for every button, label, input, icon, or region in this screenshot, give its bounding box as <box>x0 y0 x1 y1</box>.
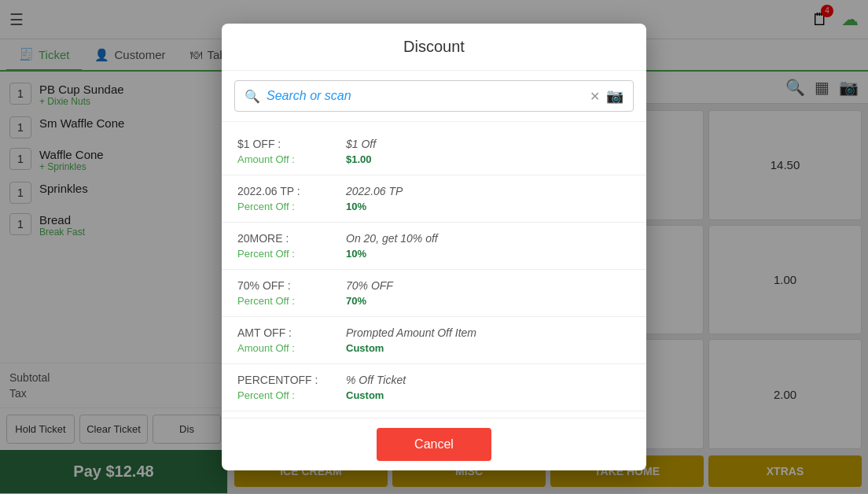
discount-code-0: $1 OFF : <box>237 138 340 150</box>
discount-item-3[interactable]: 70% OFF : 70% OFF Percent Off : 70% <box>222 270 646 317</box>
detail-value-4: Custom <box>346 342 384 354</box>
detail-label-2: Percent Off : <box>237 248 340 260</box>
cancel-button[interactable]: Cancel <box>377 428 491 461</box>
discount-row-5: PERCENTOFF : % Off Ticket <box>237 374 631 386</box>
detail-label-1: Percent Off : <box>237 201 340 212</box>
discount-detail-4: Amount Off : Custom <box>237 342 631 354</box>
discount-detail-3: Percent Off : 70% <box>237 295 631 307</box>
clear-search-icon[interactable]: ✕ <box>590 89 600 104</box>
discount-desc-4: Prompted Amount Off Item <box>346 326 476 339</box>
discount-row-0: $1 OFF : $1 Off <box>237 138 631 150</box>
detail-label-0: Amount Off : <box>237 153 340 165</box>
detail-value-5: Custom <box>346 389 384 401</box>
discount-desc-0: $1 Off <box>346 138 376 150</box>
discount-detail-1: Percent Off : 10% <box>237 201 631 212</box>
modal-search-area: 🔍 ✕ 📷 <box>222 71 646 122</box>
search-input[interactable] <box>267 89 583 103</box>
discount-item-2[interactable]: 20MORE : On 20, get 10% off Percent Off … <box>222 223 646 270</box>
discount-row-3: 70% OFF : 70% OFF <box>237 279 631 292</box>
search-icon-modal: 🔍 <box>245 89 260 104</box>
camera-search-icon[interactable]: 📷 <box>606 87 623 105</box>
discount-desc-3: 70% OFF <box>346 279 393 292</box>
discount-desc-2: On 20, get 10% off <box>346 232 438 245</box>
discount-desc-1: 2022.06 TP <box>346 185 403 197</box>
modal-overlay: Discount 🔍 ✕ 📷 $1 OFF : $1 Off Amount <box>0 0 868 494</box>
discount-detail-0: Amount Off : $1.00 <box>237 153 631 165</box>
detail-label-5: Percent Off : <box>237 389 340 401</box>
discount-code-4: AMT OFF : <box>237 326 340 339</box>
search-box: 🔍 ✕ 📷 <box>234 80 634 112</box>
detail-value-1: 10% <box>346 201 366 212</box>
discount-detail-2: Percent Off : 10% <box>237 248 631 260</box>
discount-code-1: 2022.06 TP : <box>237 185 340 197</box>
modal-title: Discount <box>222 24 646 71</box>
detail-value-2: 10% <box>346 248 366 260</box>
discount-item-5[interactable]: PERCENTOFF : % Off Ticket Percent Off : … <box>222 364 646 411</box>
modal-footer: Cancel <box>222 418 646 470</box>
discount-item-0[interactable]: $1 OFF : $1 Off Amount Off : $1.00 <box>222 128 646 175</box>
discount-modal: Discount 🔍 ✕ 📷 $1 OFF : $1 Off Amount <box>222 24 646 470</box>
discount-desc-5: % Off Ticket <box>346 374 406 386</box>
discount-row-4: AMT OFF : Prompted Amount Off Item <box>237 326 631 339</box>
detail-label-4: Amount Off : <box>237 342 340 354</box>
discount-code-5: PERCENTOFF : <box>237 374 340 386</box>
discount-item-4[interactable]: AMT OFF : Prompted Amount Off Item Amoun… <box>222 317 646 364</box>
detail-value-3: 70% <box>346 295 366 307</box>
discount-row-1: 2022.06 TP : 2022.06 TP <box>237 185 631 197</box>
discount-code-2: 20MORE : <box>237 232 340 245</box>
discount-item-1[interactable]: 2022.06 TP : 2022.06 TP Percent Off : 10… <box>222 175 646 223</box>
discount-code-3: 70% OFF : <box>237 279 340 292</box>
discount-detail-5: Percent Off : Custom <box>237 389 631 401</box>
discount-row-2: 20MORE : On 20, get 10% off <box>237 232 631 245</box>
discount-list: $1 OFF : $1 Off Amount Off : $1.00 2022.… <box>222 122 646 418</box>
pos-background: ☰ 🗒 4 ☁ 🧾 Ticket 👤 Customer 🍽 Table <box>0 0 868 494</box>
detail-value-0: $1.00 <box>346 153 372 165</box>
detail-label-3: Percent Off : <box>237 295 340 307</box>
